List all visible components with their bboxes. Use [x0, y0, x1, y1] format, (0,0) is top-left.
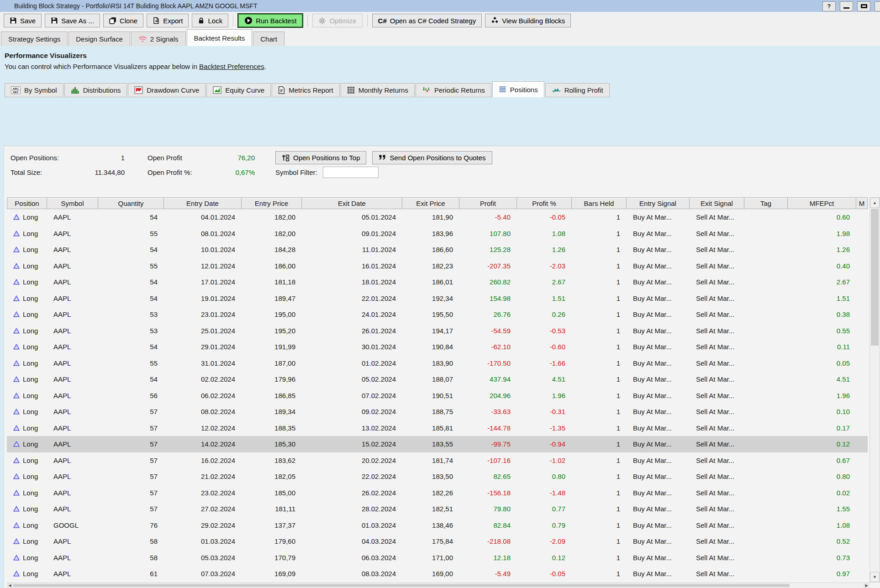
- tag-cell: [744, 258, 788, 274]
- open-positions-to-top-button[interactable]: Open Positions to Top: [275, 151, 366, 164]
- horizontal-scrollbar[interactable]: ◀ ▶: [7, 583, 869, 588]
- table-row[interactable]: LongAAPL5714.02.2024185,3015.02.2024183,…: [7, 436, 868, 452]
- table-row[interactable]: LongAAPL5404.01.2024182,0005.01.2024181,…: [7, 209, 868, 226]
- table-row[interactable]: LongAAPL5712.02.2024188,3513.02.2024185,…: [7, 420, 868, 436]
- optimize-button[interactable]: Optimize: [312, 14, 362, 27]
- table-row[interactable]: LongAAPL5508.01.2024182,0009.01.2024183,…: [7, 226, 868, 242]
- table-row[interactable]: LongAAPL5512.01.2024186,0016.01.2024182,…: [7, 258, 868, 274]
- visualizer-tab-distributions[interactable]: Distributions: [64, 83, 127, 97]
- column-header-position[interactable]: Position: [7, 198, 47, 209]
- tab-chart[interactable]: Chart: [253, 31, 285, 46]
- quantity-cell: 76: [98, 517, 164, 534]
- visualizer-tab-positions[interactable]: Positions: [492, 81, 544, 97]
- column-header-exit_signal[interactable]: Exit Signal: [690, 198, 744, 209]
- visualizer-tab-bar: ABCDEFBy SymbolDistributionsDrawdown Cur…: [5, 81, 880, 97]
- visualizer-tab-equity-curve[interactable]: Equity Curve: [206, 83, 271, 97]
- table-row[interactable]: LongAAPL5708.02.2024189,3409.02.2024188,…: [7, 404, 868, 420]
- bars_held-cell: 1: [572, 306, 627, 323]
- tab-backtest-results[interactable]: Backtest Results: [187, 29, 253, 46]
- open-as-c-coded-strategy-button[interactable]: C#Open as C# Coded Strategy: [372, 14, 482, 27]
- positions-grid: PositionSymbolQuantityEntry DateEntry Pr…: [7, 197, 880, 588]
- column-header-profit_pct[interactable]: Profit %: [517, 198, 572, 209]
- export-button[interactable]: Export: [147, 14, 189, 27]
- position-cell: Long: [7, 339, 47, 355]
- table-row[interactable]: LongAAPL5723.02.2024185,0026.02.2024182,…: [7, 485, 868, 501]
- table-row[interactable]: LongAAPL5429.01.2024191,9930.01.2024190,…: [7, 339, 868, 355]
- scroll-left-icon[interactable]: ◀: [7, 583, 13, 588]
- visualizer-tab-periodic-returns[interactable]: Periodic Returns: [416, 83, 491, 97]
- table-row[interactable]: LongAAPL5805.03.2024170,7906.03.2024171,…: [7, 550, 868, 566]
- profit-cell: -33.63: [459, 404, 517, 420]
- help-button[interactable]: ?: [822, 1, 836, 11]
- tag-cell: [744, 404, 788, 420]
- window-titlebar: Building Block Strategy - Portfolio\RSI …: [0, 0, 880, 12]
- tab-label: By Symbol: [24, 86, 57, 94]
- tab-strategy-settings[interactable]: Strategy Settings: [1, 31, 68, 46]
- entry_signal-cell: Buy At Mar...: [627, 501, 690, 517]
- table-row[interactable]: LongAAPL5402.02.2024179,9605.02.2024188,…: [7, 371, 868, 388]
- scroll-up-icon[interactable]: ▲: [870, 198, 880, 208]
- table-row[interactable]: LongGOOGL7629.02.2024137,3701.03.2024138…: [7, 517, 868, 534]
- column-header-m[interactable]: M: [856, 198, 868, 209]
- table-row[interactable]: LongAAPL5325.01.2024195,2026.01.2024194,…: [7, 323, 868, 339]
- column-header-exit_price[interactable]: Exit Price: [402, 198, 459, 209]
- table-row[interactable]: LongAAPL5801.03.2024179,6004.03.2024175,…: [7, 533, 868, 550]
- tab-2-signals[interactable]: 2 Signals: [131, 31, 186, 46]
- tab-design-surface[interactable]: Design Surface: [69, 31, 130, 46]
- minimize-button[interactable]: [840, 1, 853, 11]
- tab-label: Equity Curve: [225, 86, 264, 94]
- column-header-tag[interactable]: Tag: [744, 198, 788, 209]
- position-type: Long: [23, 457, 38, 464]
- visualizer-tab-by-symbol[interactable]: ABCDEFBy Symbol: [5, 83, 63, 97]
- entry_price-cell: 179,60: [242, 533, 302, 550]
- visualizer-tab-rolling-profit[interactable]: Rolling Profit: [545, 83, 610, 97]
- table-row[interactable]: LongAAPL5417.01.2024181,1818.01.2024186,…: [7, 274, 868, 290]
- table-row[interactable]: LongAAPL5410.01.2024184,2811.01.2024186,…: [7, 242, 868, 258]
- exit_signal-cell: Sell At Mar...: [690, 306, 744, 323]
- symbol-filter-input[interactable]: [323, 167, 379, 178]
- table-row[interactable]: LongAAPL5606.02.2024186,8507.02.2024190,…: [7, 388, 868, 404]
- column-header-entry_date[interactable]: Entry Date: [164, 198, 242, 209]
- column-header-exit_date[interactable]: Exit Date: [302, 198, 402, 209]
- position-type: Long: [23, 505, 38, 513]
- view-building-blocks-button[interactable]: View Building Blocks: [485, 14, 571, 27]
- scroll-down-icon[interactable]: ▼: [870, 572, 880, 582]
- backtest-preferences-link[interactable]: Backtest Preferences: [199, 63, 264, 70]
- toolbar-divider: [367, 15, 368, 26]
- maximize-button[interactable]: [857, 1, 870, 11]
- visualizer-tab-drawdown-curve[interactable]: Drawdown Curve: [128, 83, 206, 97]
- quantity-cell: 53: [98, 306, 164, 323]
- table-row[interactable]: LongAAPL5727.02.2024181,1128.02.2024182,…: [7, 501, 868, 517]
- vertical-scrollbar[interactable]: ▲ ▼: [869, 197, 880, 583]
- save-as-button[interactable]: Save As ...: [45, 14, 100, 27]
- column-header-mfe_pct[interactable]: MFEPct: [788, 198, 856, 209]
- column-header-symbol[interactable]: Symbol: [47, 198, 98, 209]
- triangle-up-icon: [13, 409, 20, 415]
- scroll-right-icon[interactable]: ▶: [864, 583, 869, 588]
- table-row[interactable]: LongAAPL5531.01.2024187,0001.02.2024183,…: [7, 355, 868, 372]
- visualizer-tab-monthly-returns[interactable]: Monthly Returns: [341, 83, 415, 97]
- run-backtest-button[interactable]: Run Backtest: [238, 14, 303, 27]
- quantity-cell: 57: [98, 452, 164, 469]
- close-button[interactable]: [875, 1, 880, 11]
- table-row[interactable]: LongAAPL5721.02.2024182,0522.02.2024183,…: [7, 468, 868, 485]
- tag-cell: [744, 209, 788, 226]
- lock-button[interactable]: Lock: [192, 14, 228, 27]
- exit_date-cell: 05.01.2024: [302, 209, 402, 226]
- column-header-entry_signal[interactable]: Entry Signal: [627, 198, 690, 209]
- table-row[interactable]: LongAAPL6107.03.2024169,0908.03.2024169,…: [7, 566, 868, 582]
- column-header-quantity[interactable]: Quantity: [98, 198, 164, 209]
- vertical-scroll-thumb[interactable]: [871, 209, 879, 346]
- horizontal-scroll-thumb[interactable]: [13, 584, 790, 587]
- visualizer-tab-metrics-report[interactable]: Metrics Report: [272, 83, 340, 97]
- table-row[interactable]: LongAAPL5323.01.2024195,0024.01.2024195,…: [7, 306, 868, 323]
- column-header-bars_held[interactable]: Bars Held: [572, 198, 627, 209]
- column-header-entry_price[interactable]: Entry Price: [242, 198, 302, 209]
- save-button[interactable]: Save: [4, 14, 42, 27]
- clone-button[interactable]: Clone: [103, 14, 143, 27]
- send-open-positions-to-quotes-button[interactable]: Send Open Positions to Quotes: [372, 151, 492, 164]
- quantity-cell: 57: [98, 501, 164, 517]
- table-row[interactable]: LongAAPL5419.01.2024189,4722.01.2024192,…: [7, 290, 868, 307]
- column-header-profit[interactable]: Profit: [459, 198, 517, 209]
- table-row[interactable]: LongAAPL5716.02.2024183,6220.02.2024181,…: [7, 452, 868, 469]
